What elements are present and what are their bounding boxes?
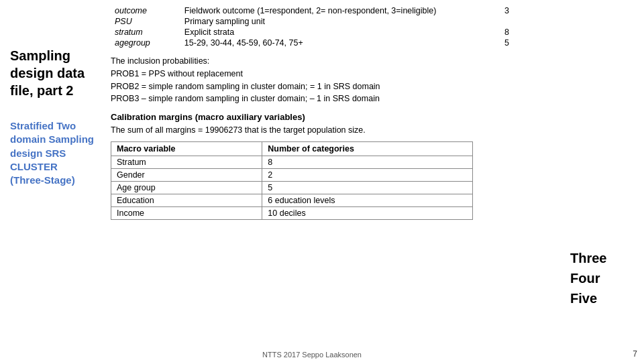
footer-text: NTTS 2017 Seppo Laaksonen — [104, 351, 520, 359]
right-labels: ThreeFourFive — [570, 248, 644, 308]
top-table-row: stratum Explicit strata 8 — [111, 27, 513, 38]
var-desc: 15-29, 30-44, 45-59, 60-74, 75+ — [180, 38, 490, 48]
var-name: stratum — [111, 27, 180, 38]
var-desc: Fieldwork outcome (1=respondent, 2= non-… — [180, 5, 490, 16]
var-num: 3 — [490, 5, 513, 16]
var-name: agegroup — [111, 38, 180, 48]
macro-variable-table: Macro variableNumber of categories Strat… — [111, 141, 473, 220]
table-row: Education 6 education levels — [111, 194, 473, 207]
num-categories: 2 — [262, 169, 473, 182]
table-row: Income 10 deciles — [111, 207, 473, 220]
calibration-title: Calibration margins (macro auxiliary var… — [111, 111, 513, 124]
inclusion-line: The inclusion probabilities: — [111, 55, 513, 68]
num-categories: 5 — [262, 182, 473, 194]
num-categories: 6 education levels — [262, 194, 473, 207]
slide-subtitle: Stratified Two domain Sampling design SR… — [10, 119, 94, 187]
macro-var: Income — [111, 207, 262, 220]
var-desc: Primary sampling unit — [180, 16, 490, 27]
var-num — [490, 16, 513, 27]
macro-var: Gender — [111, 169, 262, 182]
table-row: Stratum 8 — [111, 156, 473, 169]
top-table-row: PSU Primary sampling unit — [111, 16, 513, 27]
right-label: Four — [570, 268, 637, 288]
var-num: 8 — [490, 27, 513, 38]
inclusion-line: PROB3 – simple random sampling in cluste… — [111, 93, 513, 105]
right-label: Three — [570, 248, 637, 268]
inclusion-section: The inclusion probabilities:PROB1 = PPS … — [111, 55, 513, 105]
num-categories: 8 — [262, 156, 473, 169]
top-table-row: outcome Fieldwork outcome (1=respondent,… — [111, 5, 513, 16]
var-num: 5 — [490, 38, 513, 48]
top-table-row: agegroup 15-29, 30-44, 45-59, 60-74, 75+… — [111, 38, 513, 48]
macro-var: Stratum — [111, 156, 262, 169]
calibration-sum: The sum of all margins = 19906273 that i… — [111, 124, 513, 137]
table-header: Macro variable — [111, 142, 262, 156]
var-desc: Explicit strata — [180, 27, 490, 38]
calibration-section: Calibration margins (macro auxiliary var… — [111, 111, 513, 136]
var-name: PSU — [111, 16, 180, 27]
inclusion-line: PROB2 = simple random sampling in cluste… — [111, 80, 513, 93]
table-row: Gender 2 — [111, 169, 473, 182]
page-number: 7 — [633, 349, 637, 359]
macro-var: Education — [111, 194, 262, 207]
var-name: outcome — [111, 5, 180, 16]
right-label: Five — [570, 288, 637, 308]
table-header: Number of categories — [262, 142, 473, 156]
table-row: Age group 5 — [111, 182, 473, 194]
num-categories: 10 deciles — [262, 207, 473, 220]
variable-table: outcome Fieldwork outcome (1=respondent,… — [111, 5, 513, 48]
macro-var: Age group — [111, 182, 262, 194]
slide-title: Sampling design data file, part 2 — [10, 47, 94, 99]
inclusion-line: PROB1 = PPS without replacement — [111, 68, 513, 80]
